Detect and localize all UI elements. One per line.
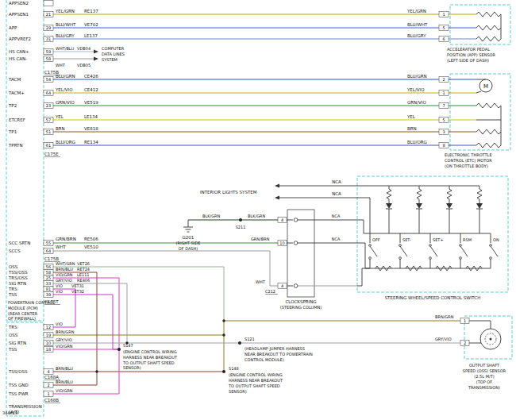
app-sensor-internals (476, 12, 501, 41)
wiring-diagram-page: COMPUTER DATA LINES SYSTEM INTERIOR LIGH… (0, 0, 516, 420)
wire-color-label: WHT (56, 63, 66, 67)
wire-color-label: BLU/GRY (407, 33, 426, 38)
etc-motor-name: CONTROL (ETC) MOTOR (445, 158, 492, 163)
link-label: INTERIOR LIGHTS SYSTEM (200, 190, 257, 195)
pin-number: 21 (46, 12, 51, 17)
interior-lights-link: INTERIOR LIGHTS SYSTEM NCA NCA (200, 179, 357, 200)
pin-label: APP (9, 25, 17, 30)
steering-switch-box (357, 176, 508, 292)
pin-number: 7 (442, 103, 445, 108)
pin-box (44, 1, 53, 6)
resistor-icon (476, 12, 501, 17)
diode-icon (386, 203, 392, 209)
pin-label: TPRTN (8, 143, 23, 148)
wire-color-label: BRN/GRN (56, 329, 75, 334)
pin-number: 31 (46, 37, 51, 41)
clockspring: CLOCKSPRING (STEERING COLUMN) C212 (265, 218, 357, 310)
splice-s121-label: S121 (HEADLAMP JUMPER HARNESS NEAR BREAK… (245, 337, 313, 362)
pin-label: TACM (8, 77, 21, 82)
connector-label: C212 (265, 289, 275, 294)
app-sensor-name: ACCELERATOR PEDAL (447, 47, 490, 52)
splice-desc: SENSOR) (229, 389, 247, 394)
switch-label: SET+ (433, 237, 444, 242)
pin-number: 25 (46, 276, 51, 280)
wire-color-label: WHT/BLU (56, 46, 74, 51)
wire-code-label: RE406 (77, 278, 90, 283)
steering-switch-internals: OFF SET- SET+ RSM ON (357, 186, 499, 286)
ground-id: G201 (183, 235, 194, 240)
pcm-name: POWERTRAIN CONTROL (8, 300, 55, 305)
pin-label: TSS/OSS (8, 270, 28, 275)
wire-code-label: RE506 (84, 237, 98, 241)
oss-sensor-name: (2.5L M/T) (474, 374, 494, 379)
junction-dot (222, 333, 225, 336)
pcm-rows: APPSEN2 APPSEN1 21 YEL/GRN RE137 APP 29 … (8, 1, 98, 322)
wire-color-label: YEL/GRN (406, 9, 426, 13)
splice-desc: (HEADLAMP JUMPER HARNESS (245, 346, 305, 351)
pin-number: 5 (442, 118, 445, 122)
junction-dot (222, 319, 225, 322)
pin-number: 18 (46, 347, 51, 352)
etc-motor-internals: M (476, 79, 501, 148)
pin-label: HS CAN+ (9, 49, 29, 54)
wire-code-label: RE134 (84, 140, 98, 144)
ground-location: OF DASH) (179, 246, 198, 251)
splice-dot-s211 (239, 218, 242, 222)
left-arrow-icon (275, 184, 279, 188)
pin-number: 2 (47, 383, 49, 387)
steering-switch-name: STEERING WHEEL/SPEED CONTROL SWITCH (385, 295, 481, 300)
splice-id: S147 (123, 343, 133, 348)
splice-desc: HARNESS NEAR BREAKOUT (229, 378, 283, 383)
connector-label: C175E (44, 152, 59, 156)
wire-color-label: GRY/VIO (435, 337, 452, 341)
pin-number: 23 (46, 103, 51, 108)
splice-desc: TO OUTPUT SHAFT SPEED (228, 383, 280, 388)
wire-trsoss-vio-grn (53, 278, 119, 394)
clockspring-location: (STEERING COLUMN) (280, 305, 322, 310)
pin-number: 10 (46, 341, 51, 345)
pin-label: SIG RTN (9, 281, 26, 286)
resistor-icon (476, 37, 501, 41)
switch-label: SET- (402, 237, 411, 242)
wire-color-label: GRN/VIO (56, 100, 75, 105)
app-sensor-name: POSITION (APP) SENSOR (447, 52, 496, 57)
right-arrow-icon (94, 57, 98, 61)
pin-number: 64 (46, 249, 51, 253)
wire-color-label: BRN/BLU (56, 366, 73, 371)
wire-color-label: VIO (56, 322, 63, 326)
wire-color-label: VIO/GRN (56, 344, 73, 349)
wire-color-label: YEL (406, 114, 416, 119)
wire-color-label: BLU/WHT (407, 22, 428, 27)
wire-color-label: GRY/VIO (56, 278, 72, 283)
diode-icon (416, 203, 422, 209)
wire-color-label: YEL/VIO (55, 87, 73, 92)
pin-number: 3 (442, 129, 445, 134)
oss-sensor-internals (469, 321, 501, 349)
resistor-diode-branch (446, 186, 452, 233)
nca-label: NCA (332, 237, 341, 241)
clockspring-name: CLOCKSPRING (285, 299, 316, 304)
app-sensor-name: (LEFT SIDE OF DASH) (447, 58, 489, 63)
switch-label: RSM (463, 237, 472, 242)
etc-motor-name: ELECTRONIC THROTTLE (445, 152, 492, 157)
pin-number: 19 (46, 333, 51, 337)
pin-label: TP1 (8, 129, 17, 134)
splice-dot-s148 (222, 370, 225, 373)
oss-sensor-name: OUTPUT SHAFT (469, 363, 500, 368)
switch-label: OFF (372, 237, 380, 242)
pin-number: 51 (46, 129, 51, 134)
pin-number: 57 (46, 118, 51, 122)
pin-number: 4 (47, 369, 49, 374)
pin-label: TRS (8, 325, 17, 329)
pin-label: TP2 (8, 103, 17, 108)
wire-color-label: GRY/VIO (56, 337, 72, 342)
wire-color-label: YEL/VIO (406, 87, 425, 92)
pin-label: APPSEN1 (9, 12, 29, 17)
pin-number: 54 (46, 77, 51, 82)
wire-code-label: CE412 (84, 87, 98, 92)
wire-code-label: RE137 (84, 9, 98, 13)
splice-s147-label: S147 (ENGINE CONTROL WIRING HARNESS NEAR… (122, 343, 178, 370)
pin-label: TSS PWR (8, 391, 29, 396)
pin-number: 39 (46, 292, 51, 297)
pin-number: 58 (46, 56, 51, 61)
